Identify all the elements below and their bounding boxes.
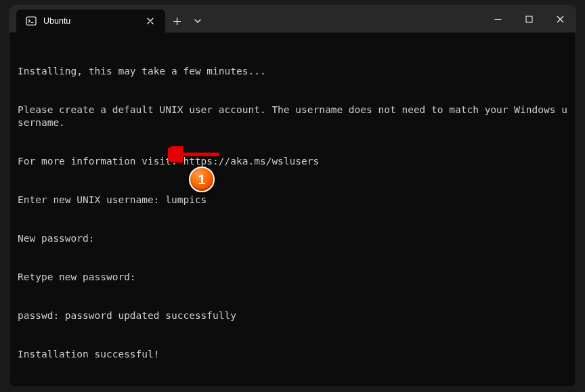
terminal-line: New password: bbox=[18, 232, 567, 245]
terminal-line: Installation successful! bbox=[18, 348, 567, 361]
tab-dropdown-button[interactable] bbox=[188, 9, 207, 32]
terminal-line: For more information visit: https://aka.… bbox=[18, 155, 567, 168]
tab-title: Ubuntu bbox=[43, 16, 137, 26]
tab-ubuntu[interactable]: Ubuntu bbox=[16, 9, 165, 32]
terminal-line: Please create a default UNIX user accoun… bbox=[18, 104, 567, 129]
terminal-window: Ubuntu bbox=[9, 5, 576, 387]
titlebar: Ubuntu bbox=[9, 5, 576, 32]
new-tab-button[interactable] bbox=[165, 9, 188, 32]
terminal-icon bbox=[26, 16, 37, 26]
tab-close-button[interactable] bbox=[144, 14, 157, 28]
window-close-button[interactable] bbox=[544, 5, 576, 32]
terminal-content[interactable]: Installing, this may take a few minutes.… bbox=[9, 32, 576, 387]
terminal-line: passwd: password updated successfully bbox=[18, 309, 567, 322]
titlebar-drag-area[interactable] bbox=[207, 5, 482, 32]
terminal-line: Installing, this may take a few minutes.… bbox=[18, 65, 567, 78]
terminal-line: Enter new UNIX username: lumpics bbox=[18, 194, 567, 206]
svg-rect-0 bbox=[26, 17, 36, 25]
minimize-button[interactable] bbox=[482, 5, 513, 32]
terminal-line: Retype new password: bbox=[18, 271, 567, 284]
window-controls bbox=[482, 5, 576, 32]
svg-rect-3 bbox=[526, 16, 532, 22]
maximize-button[interactable] bbox=[513, 5, 544, 32]
